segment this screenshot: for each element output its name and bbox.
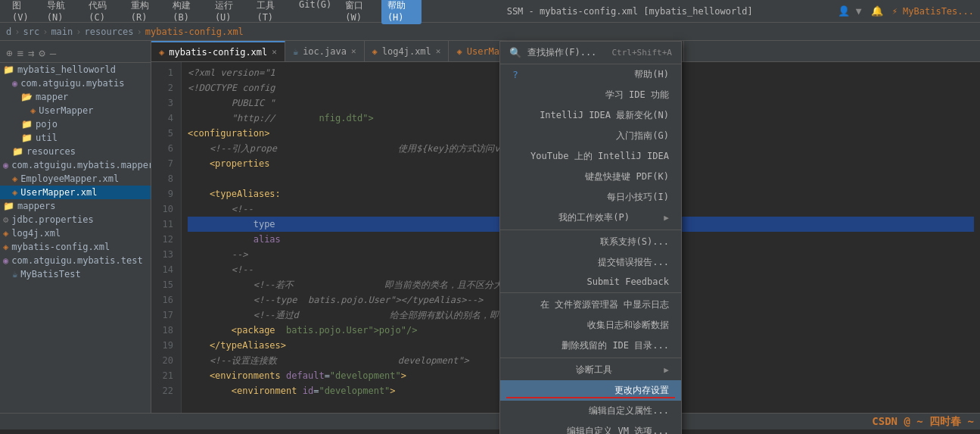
editor-area: ◈ mybatis-config.xml ✕ ☕ ioc.java ✕ ◈ lo… — [151, 41, 980, 413]
menu-learn-item[interactable]: 学习 IDE 功能 — [500, 85, 681, 105]
sidebar: ⊕ ≡ ⇉ ⚙ — 📁 mybatis_helloworld ◉ com.atg… — [0, 41, 151, 413]
sidebar-item-com-atguigu[interactable]: ◉ com.atguigu.mybatis — [0, 76, 151, 90]
menu-label: 提交错误报告... — [598, 256, 669, 269]
sidebar-item-log4j[interactable]: ◈ log4j.xml — [0, 226, 151, 240]
profile-icon[interactable]: 👤 ▼ — [838, 5, 862, 17]
menu-productivity-item[interactable]: 我的工作效率(P) ▶ — [500, 208, 681, 228]
sidebar-item-jdbc[interactable]: ⚙ jdbc.properties — [0, 213, 151, 226]
menu-help-item[interactable]: ? 帮助(H) — [500, 64, 681, 85]
menu-label: Submit Feedback — [587, 276, 669, 287]
sidebar-item-pojo[interactable]: 📁 pojo — [0, 117, 151, 131]
menu-window[interactable]: 窗口(W) — [339, 0, 380, 24]
menu-diagnostic-item[interactable]: 诊断工具 ▶ — [500, 360, 681, 380]
sidebar-label: resources — [26, 146, 76, 157]
sidebar-item-usermapper2[interactable]: ◈ UserMapper.xml — [0, 186, 151, 199]
package-icon: ◉ — [3, 255, 8, 266]
sidebar-item-mappers[interactable]: 📁 mappers — [0, 199, 151, 213]
help-question-icon: ? — [512, 69, 524, 80]
menu-label: 我的工作效率(P) — [558, 211, 630, 224]
sidebar-item-mapper[interactable]: 📂 mapper — [0, 90, 151, 104]
sidebar-label: mapper — [36, 92, 68, 102]
breadcrumb-main[interactable]: main — [51, 27, 73, 37]
menu-build[interactable]: 构建(B) — [166, 0, 207, 24]
menu-tools[interactable]: 工具(T) — [250, 0, 291, 24]
menu-memory-item[interactable]: 更改内存设置 — [500, 380, 681, 401]
sidebar-label: EmployeeMapper.xml — [20, 173, 119, 184]
sidebar-item-mybatisconfig[interactable]: ◈ mybatis-config.xml — [0, 240, 151, 254]
find-actions-icon: 🔍 — [509, 47, 521, 58]
sidebar-label: jdbc.properties — [11, 214, 93, 225]
menu-contact-item[interactable]: 联系支持(S)... — [500, 232, 681, 252]
menu-label: 诊断工具 — [576, 364, 612, 376]
sidebar-list-icon[interactable]: ≡ — [17, 47, 23, 59]
breadcrumb-d[interactable]: d — [6, 27, 11, 37]
menu-run[interactable]: 运行(U) — [209, 0, 250, 24]
xml-icon: ◈ — [3, 228, 8, 239]
menu-tip-item[interactable]: 每日小技巧(I) — [500, 187, 681, 208]
sidebar-label: com.atguigu.mybatis.test — [11, 255, 142, 266]
sidebar-minimize-icon[interactable]: — — [50, 47, 56, 59]
sidebar-label: com.atguigu.mybatis — [20, 78, 124, 89]
menu-label: 联系支持(S)... — [600, 236, 669, 248]
menu-collect-logs-item[interactable]: 收集日志和诊断数据 — [500, 315, 681, 336]
sidebar-label: mappers — [17, 201, 56, 211]
sidebar-label: UserMapper — [39, 105, 93, 116]
title-controls: 👤 ▼ 🔔 ⚡ MyBatisTes... — [838, 5, 974, 17]
find-actions-item[interactable]: 🔍 查找操作(F)... Ctrl+Shift+A — [500, 42, 681, 64]
sidebar-item-com2[interactable]: ◉ com.atguigu.mybatis.mapper — [0, 158, 151, 172]
folder-icon: 📁 — [12, 146, 23, 157]
window-title: SSM - mybatis-config.xml [mybatis_hellow… — [422, 6, 837, 17]
menu-code[interactable]: 代码(C) — [82, 0, 123, 24]
sidebar-item-project[interactable]: 📁 mybatis_helloworld — [0, 63, 151, 76]
sidebar-add-icon[interactable]: ⊕ — [6, 47, 12, 59]
folder-icon: 📁 — [21, 119, 33, 130]
menu-edit-props-item[interactable]: 编辑自定义属性... — [500, 401, 681, 421]
menu-separator — [500, 358, 681, 358]
menu-youtube-item[interactable]: YouTube 上的 IntelliJ IDEA — [500, 146, 681, 167]
sidebar-label: log4j.xml — [11, 228, 61, 239]
sidebar-item-util[interactable]: 📁 util — [0, 131, 151, 145]
sidebar-item-com3[interactable]: ◉ com.atguigu.mybatis.test — [0, 254, 151, 267]
dropdown-overlay: 🔍 查找操作(F)... Ctrl+Shift+A ? 帮助(H) 学习 IDE… — [151, 41, 980, 413]
sidebar-settings-icon[interactable]: ⚙ — [39, 47, 45, 59]
menu-separator — [500, 292, 681, 293]
menu-show-log-item[interactable]: 在 文件资源管理器 中显示日志 — [500, 295, 681, 315]
menu-git[interactable]: Git(G) — [293, 0, 338, 24]
breadcrumb: d › src › main › resources › mybatis-con… — [0, 23, 980, 41]
project-icon: 📁 — [3, 64, 14, 75]
menu-nav[interactable]: 导航(N) — [41, 0, 82, 24]
help-dropdown-menu: 🔍 查找操作(F)... Ctrl+Shift+A ? 帮助(H) 学习 IDE… — [499, 41, 682, 434]
sidebar-item-employeemapper[interactable]: ◈ EmployeeMapper.xml — [0, 172, 151, 186]
menu-label: 更改内存设置 — [614, 384, 669, 397]
menu-label: 入门指南(G) — [616, 130, 669, 142]
sidebar-item-resources[interactable]: 📁 resources — [0, 145, 151, 158]
menu-label: YouTube 上的 IntelliJ IDEA — [530, 150, 669, 163]
sidebar-collapse-icon[interactable]: ⇉ — [28, 47, 34, 59]
menu-report-item[interactable]: 提交错误报告... — [500, 252, 681, 273]
submenu-arrow-icon: ▶ — [664, 213, 669, 223]
menu-view[interactable]: 图(V) — [6, 0, 39, 24]
menu-getting-started-item[interactable]: 入门指南(G) — [500, 126, 681, 146]
menu-cleanup-item[interactable]: 删除残留的 IDE 目录... — [500, 336, 681, 356]
breadcrumb-src[interactable]: src — [23, 27, 39, 37]
menu-edit-vm-item[interactable]: 编辑自定义 VM 选项... — [500, 421, 681, 434]
menu-whats-new-item[interactable]: IntelliJ IDEA 最新变化(N) — [500, 105, 681, 126]
menu-feedback-item[interactable]: Submit Feedback — [500, 273, 681, 291]
sidebar-item-mybatistest[interactable]: ☕ MyBatisTest — [0, 267, 151, 281]
breadcrumb-resources[interactable]: resources — [85, 27, 134, 37]
menu-help[interactable]: 帮助(H) — [381, 0, 422, 24]
menu-keyboard-pdf-item[interactable]: 键盘快捷键 PDF(K) — [500, 167, 681, 187]
menu-label: 删除残留的 IDE 目录... — [562, 339, 669, 352]
menu-refactor[interactable]: 重构(R) — [125, 0, 166, 24]
sidebar-label: mybatis-config.xml — [11, 242, 110, 252]
package-icon: ◉ — [3, 160, 8, 170]
sidebar-item-usermapper[interactable]: ◈ UserMapper — [0, 104, 151, 117]
menu-label: 每日小技巧(I) — [607, 191, 669, 204]
sidebar-toolbar: ⊕ ≡ ⇉ ⚙ — — [0, 44, 151, 63]
update-icon[interactable]: 🔔 — [871, 5, 883, 17]
menu-label: 编辑自定义属性... — [589, 404, 669, 417]
mybatis-test-tab-title: ⚡ MyBatisTes... — [892, 6, 974, 17]
xml-icon: ◈ — [12, 187, 17, 198]
breadcrumb-file[interactable]: mybatis-config.xml — [145, 27, 244, 37]
find-actions-shortcut: Ctrl+Shift+A — [611, 48, 671, 58]
